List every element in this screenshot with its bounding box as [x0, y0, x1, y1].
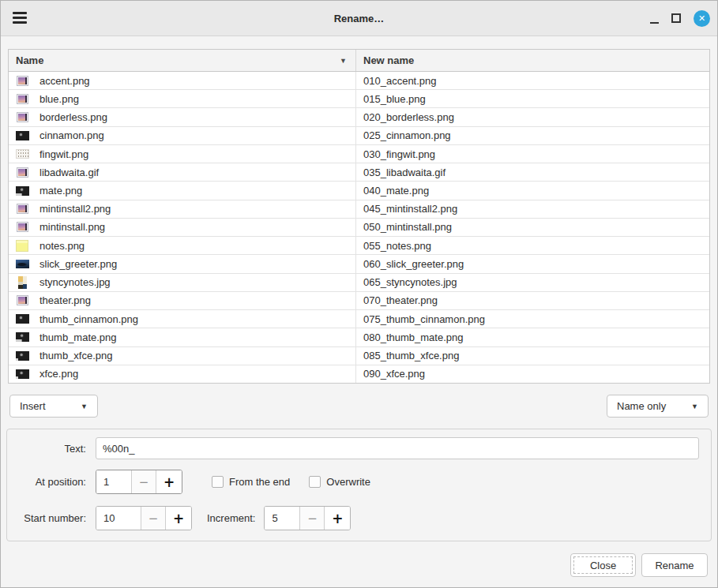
table-row[interactable]: libadwaita.gif 035_libadwaita.gif: [9, 163, 709, 182]
increment-spinner: − +: [264, 506, 351, 530]
current-file-name: xfce.png: [39, 368, 78, 380]
table-row[interactable]: fingwit.png 030_fingwit.png: [9, 145, 709, 163]
table-row[interactable]: thumb_mate.png 080_thumb_mate.png: [9, 328, 709, 346]
cell-new-name: 085_thumb_xfce.png: [356, 347, 709, 365]
cell-current-name: xfce.png: [9, 365, 356, 383]
chevron-down-icon: ▼: [81, 403, 88, 410]
new-file-name: 045_mintinstall2.png: [363, 203, 457, 215]
column-header-name[interactable]: Name ▼: [9, 50, 356, 71]
at-position-label: At position:: [7, 476, 86, 488]
insert-dropdown-button[interactable]: Insert ▼: [9, 395, 98, 418]
current-file-name: libadwaita.gif: [39, 167, 99, 178]
current-file-name: borderless.png: [39, 111, 107, 123]
sort-descending-icon: ▼: [340, 57, 347, 65]
current-file-name: fingwit.png: [39, 148, 88, 160]
at-position-input[interactable]: [96, 470, 132, 493]
scope-dropdown-button[interactable]: Name only ▼: [607, 395, 709, 418]
overwrite-checkbox-item[interactable]: Overwrite: [309, 476, 370, 488]
cell-new-name: 060_slick_greeter.png: [356, 255, 709, 272]
current-file-name: thumb_xfce.png: [39, 350, 113, 361]
current-file-name: notes.png: [39, 240, 85, 252]
cell-current-name: cinnamon.png: [9, 127, 356, 144]
scope-dropdown-label: Name only: [617, 400, 666, 412]
current-file-name: mintinstall2.png: [39, 203, 111, 215]
text-field-label: Text:: [7, 443, 86, 455]
cell-new-name: 080_thumb_mate.png: [356, 328, 709, 346]
increment-decrement-button[interactable]: −: [300, 507, 325, 530]
cell-current-name: thumb_xfce.png: [9, 347, 356, 365]
increment-increment-button[interactable]: +: [325, 507, 350, 530]
cell-current-name: accent.png: [9, 72, 356, 89]
file-thumbnail-icon: [15, 222, 29, 232]
cell-new-name: 065_styncynotes.jpg: [356, 274, 709, 291]
cell-new-name: 045_mintinstall2.png: [356, 200, 709, 218]
file-thumbnail-icon: [15, 167, 29, 178]
cell-current-name: mintinstall.png: [9, 219, 356, 236]
table-row[interactable]: styncynotes.jpg 065_styncynotes.jpg: [9, 274, 709, 292]
at-position-increment-button[interactable]: +: [156, 470, 182, 493]
table-row[interactable]: accent.png 010_accent.png: [9, 72, 709, 90]
current-file-name: thumb_cinnamon.png: [39, 313, 138, 325]
current-file-name: slick_greeter.png: [39, 258, 117, 270]
table-row[interactable]: thumb_xfce.png 085_thumb_xfce.png: [9, 347, 709, 365]
from-the-end-checkbox[interactable]: [212, 476, 224, 488]
new-file-name: 025_cinnamon.png: [363, 129, 451, 141]
cell-new-name: 040_mate.png: [356, 182, 709, 199]
maximize-button[interactable]: [671, 13, 681, 23]
table-row[interactable]: xfce.png 090_xfce.png: [9, 365, 709, 383]
file-thumbnail-icon: [15, 112, 29, 122]
close-button[interactable]: Close: [570, 553, 636, 577]
table-row[interactable]: mate.png 040_mate.png: [9, 182, 709, 200]
increment-label: Increment:: [207, 512, 255, 524]
insert-dropdown-label: Insert: [20, 400, 46, 412]
table-row[interactable]: thumb_cinnamon.png 075_thumb_cinnamon.pn…: [9, 310, 709, 328]
cell-current-name: theater.png: [9, 292, 356, 309]
table-row[interactable]: slick_greeter.png 060_slick_greeter.png: [9, 255, 709, 273]
table-row[interactable]: mintinstall2.png 045_mintinstall2.png: [9, 200, 709, 219]
file-thumbnail-icon: [15, 332, 29, 342]
current-file-name: theater.png: [39, 294, 91, 306]
cell-current-name: mate.png: [9, 182, 356, 199]
table-row[interactable]: cinnamon.png 025_cinnamon.png: [9, 127, 709, 145]
table-row[interactable]: mintinstall.png 050_mintinstall.png: [9, 219, 709, 237]
start-number-input[interactable]: [96, 507, 141, 530]
new-file-name: 020_borderless.png: [363, 111, 454, 123]
cell-new-name: 075_thumb_cinnamon.png: [356, 310, 709, 328]
file-thumbnail-icon: [15, 314, 29, 324]
rename-button[interactable]: Rename: [641, 553, 708, 577]
new-file-name: 015_blue.png: [363, 93, 426, 105]
at-position-decrement-button[interactable]: −: [132, 470, 156, 493]
cell-current-name: blue.png: [9, 90, 356, 107]
table-row[interactable]: theater.png 070_theater.png: [9, 292, 709, 310]
new-file-name: 030_fingwit.png: [363, 148, 435, 160]
table-row[interactable]: blue.png 015_blue.png: [9, 90, 709, 108]
start-number-increment-button[interactable]: +: [166, 507, 191, 530]
close-window-button[interactable]: ✕: [694, 10, 710, 27]
table-row[interactable]: borderless.png 020_borderless.png: [9, 108, 709, 126]
current-file-name: styncynotes.jpg: [39, 276, 111, 288]
insert-text-input[interactable]: [96, 437, 699, 459]
file-thumbnail-icon: [15, 76, 29, 86]
window-title: Rename…: [0, 0, 718, 36]
new-file-name: 060_slick_greeter.png: [363, 258, 464, 270]
current-file-name: thumb_mate.png: [39, 331, 117, 343]
insert-options-panel: Text: At position: − + From the end Over…: [6, 429, 712, 541]
start-number-decrement-button[interactable]: −: [141, 507, 166, 530]
cell-current-name: mintinstall2.png: [9, 200, 356, 218]
cell-current-name: fingwit.png: [9, 145, 356, 163]
cell-new-name: 090_xfce.png: [356, 365, 709, 383]
new-file-name: 010_accent.png: [363, 75, 437, 87]
increment-input[interactable]: [265, 507, 300, 530]
overwrite-checkbox[interactable]: [309, 476, 321, 488]
new-file-name: 065_styncynotes.jpg: [363, 276, 457, 288]
file-thumbnail-icon: [15, 94, 29, 104]
current-file-name: mate.png: [39, 185, 82, 197]
from-the-end-checkbox-item[interactable]: From the end: [212, 476, 290, 488]
table-row[interactable]: notes.png 055_notes.png: [9, 237, 709, 255]
cell-new-name: 020_borderless.png: [356, 108, 709, 125]
cell-new-name: 055_notes.png: [356, 237, 709, 254]
file-thumbnail-icon: [15, 295, 29, 305]
column-header-new-name[interactable]: New name: [356, 50, 709, 71]
minimize-button[interactable]: [650, 13, 659, 24]
new-file-name: 090_xfce.png: [363, 368, 425, 380]
